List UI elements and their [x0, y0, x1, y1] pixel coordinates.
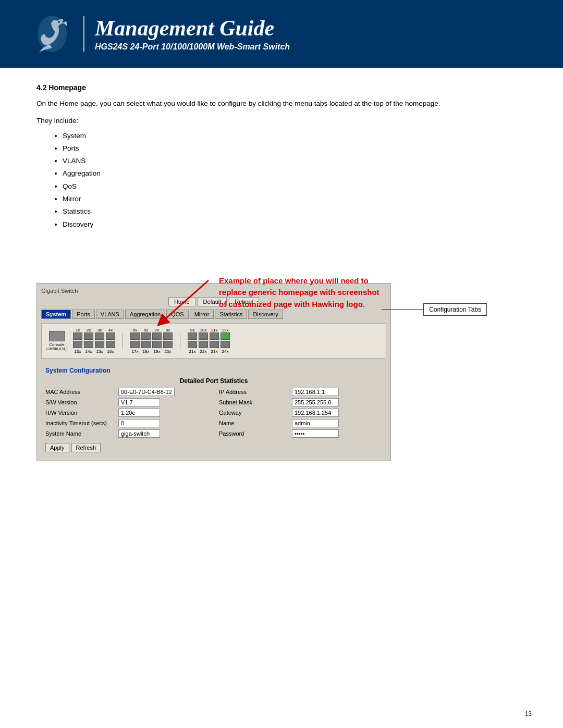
inactivity-timeout-input[interactable]	[118, 419, 160, 427]
hw-version-value: 1.20c	[118, 409, 160, 417]
name-input[interactable]	[292, 419, 339, 427]
svg-line-2	[162, 280, 209, 322]
list-item-qos: QoS	[63, 180, 527, 193]
tab-vlans[interactable]: VLANS	[96, 310, 124, 319]
system-name-label: System Name	[45, 430, 118, 437]
page-number: 13	[525, 710, 532, 718]
sw-version-value: V1.7	[118, 398, 160, 406]
ports-bottom-13-16	[73, 341, 115, 348]
config-tabs-label: Configuration Tabs	[429, 306, 481, 313]
port-22	[199, 341, 208, 348]
subnet-mask-row: Subnet Mask	[219, 398, 382, 406]
svg-point-1	[58, 21, 60, 23]
section-title: 4.2 Homepage	[36, 83, 527, 92]
system-name-input[interactable]	[118, 429, 160, 438]
port-13	[73, 341, 82, 348]
hw-version-label: H/W Version	[45, 410, 118, 416]
inactivity-timeout-row: Inactivity Timeout (secs)	[45, 419, 209, 427]
config-tabs-annotation: Configuration Tabs	[382, 303, 487, 316]
config-col-left: MAC Address 00-E0-7D-C4-B8-12 S/W Versio…	[45, 388, 209, 440]
body-paragraph: On the Home page, you can select what yo…	[36, 98, 527, 109]
console-sub-label: 115200,8,N,1	[46, 347, 68, 351]
port-9	[188, 332, 197, 340]
port-11	[210, 332, 219, 340]
config-col-right: IP Address Subnet Mask Gateway	[219, 388, 382, 440]
config-tabs-line-left	[382, 309, 423, 310]
console-port-icon	[49, 331, 65, 341]
tab-discovery[interactable]: Discovery	[248, 310, 283, 319]
they-include-label: They include:	[36, 117, 527, 125]
port-21	[188, 341, 197, 348]
mac-address-row: MAC Address 00-E0-7D-C4-B8-12	[45, 388, 209, 396]
apply-button[interactable]: Apply	[45, 443, 69, 452]
inactivity-timeout-label: Inactivity Timeout (secs)	[45, 420, 118, 426]
port-20	[163, 341, 173, 348]
sw-version-row: S/W Version V1.7	[45, 398, 209, 406]
config-tabs-box: Configuration Tabs	[423, 303, 487, 316]
ports-bottom-17-20	[130, 341, 173, 348]
ports-top-1-4	[73, 332, 115, 340]
port-divider-2	[180, 333, 180, 349]
gateway-row: Gateway	[219, 409, 382, 417]
console-area: Console 115200,8,N,1	[46, 331, 68, 351]
list-item-system: System	[63, 130, 527, 142]
port-divider-1	[123, 333, 123, 349]
ports-bottom-21-24	[188, 341, 230, 348]
list-item-vlans: VLANS	[63, 155, 527, 167]
port-16	[106, 341, 115, 348]
port-17	[130, 341, 140, 348]
password-label: Password	[219, 430, 292, 437]
tab-system[interactable]: System	[41, 310, 71, 319]
refresh-button[interactable]: Refresh	[71, 443, 101, 452]
hw-version-row: H/W Version 1.20c	[45, 409, 209, 417]
list-item-discovery: Discovery	[63, 218, 527, 231]
port-7	[152, 332, 162, 340]
port-15	[95, 341, 104, 348]
ports-top-9-12	[188, 332, 230, 340]
list-item-mirror: Mirror	[63, 193, 527, 205]
nav-tabs-bar: System Ports VLANS Aggregation QOS Mirro…	[41, 310, 386, 319]
port-group-5-8: 5x 6x 7x 8x	[130, 328, 173, 354]
mac-address-label: MAC Address	[45, 389, 118, 395]
port-6	[141, 332, 151, 340]
sys-config-title: System Configuration	[45, 367, 382, 374]
port-14	[84, 341, 93, 348]
password-input[interactable]	[292, 429, 339, 438]
ip-address-input[interactable]	[292, 388, 339, 396]
header-subtitle: HGS24S 24-Port 10/100/1000M Web-Smart Sw…	[95, 42, 290, 52]
bird-logo-icon	[31, 10, 73, 57]
name-label: Name	[219, 420, 292, 426]
port-23	[210, 341, 219, 348]
subnet-mask-label: Subnet Mask	[219, 399, 292, 405]
gateway-input[interactable]	[292, 409, 339, 417]
annotation-arrow-icon	[146, 278, 214, 330]
port-24	[221, 341, 230, 348]
port-1	[73, 332, 82, 340]
console-label: Console	[49, 342, 64, 347]
port-4	[106, 332, 115, 340]
port-19	[152, 341, 162, 348]
port-diagram: Console 115200,8,N,1 1x 2x 3x 4x	[41, 323, 386, 359]
mac-address-value: 00-E0-7D-C4-B8-12	[118, 388, 175, 396]
sys-config-area: System Configuration Detailed Port Stati…	[41, 363, 386, 456]
port-2	[84, 332, 93, 340]
port-labels-bottom-13-16: 13x 14x 15x 16x	[73, 349, 115, 354]
tab-statistics[interactable]: Statistics	[215, 310, 247, 319]
password-row: Password	[219, 429, 382, 438]
ip-address-row: IP Address	[219, 388, 382, 396]
gateway-label: Gateway	[219, 410, 292, 416]
port-labels-top-1-8: 1x 2x 3x 4x	[73, 328, 115, 332]
list-item-statistics: Statistics	[63, 205, 527, 218]
apply-row: Apply Refresh	[45, 443, 382, 452]
port-18	[141, 341, 151, 348]
port-3	[95, 332, 104, 340]
subnet-mask-input[interactable]	[292, 398, 339, 406]
tab-ports[interactable]: Ports	[72, 310, 95, 319]
sw-version-label: S/W Version	[45, 399, 118, 405]
port-labels-21-24: 21x 22x 23x 24x	[188, 349, 230, 354]
list-item-ports: Ports	[63, 142, 527, 155]
port-10	[199, 332, 208, 340]
header-title: Management Guide	[95, 16, 290, 40]
header-text: Management Guide HGS24S 24-Port 10/100/1…	[83, 16, 290, 52]
detailed-port-stats-label: Detailed Port Statistics	[45, 377, 382, 385]
